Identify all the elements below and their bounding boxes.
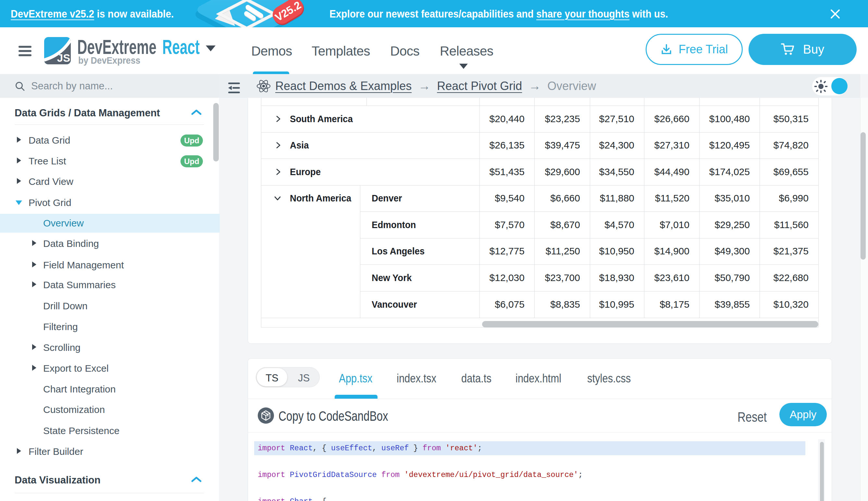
svg-text:JS: JS: [57, 52, 70, 64]
